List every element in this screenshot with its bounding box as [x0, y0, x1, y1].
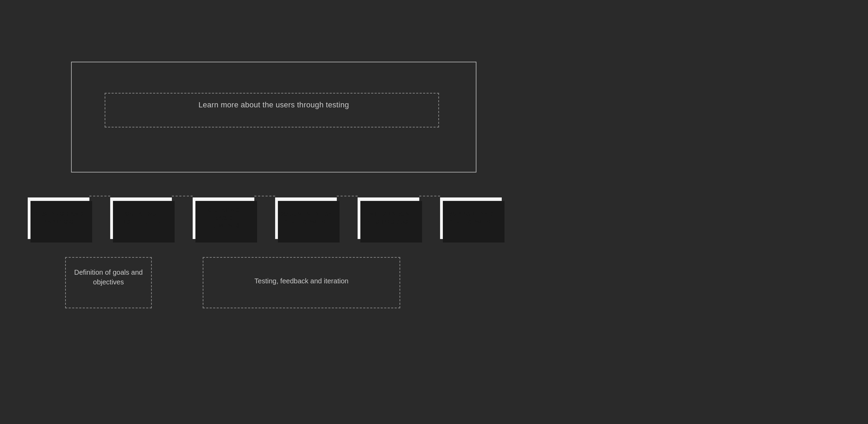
step-box-documentation: DOCUMENTATIONDEVELOPMENT [275, 197, 337, 239]
step-wrapper-architecture: CREATINGARCHITECTURE [110, 197, 172, 239]
canvas: Learn more about the users through testi… [0, 0, 868, 424]
connector-4 [337, 196, 358, 196]
step-label-support: SUPPORT ANDDEVELOPMENT [448, 210, 494, 226]
step-wrapper-documentation: DOCUMENTATIONDEVELOPMENT [275, 197, 337, 239]
step-wrapper-integration: INTEGRATIONINTO PRODUCT [358, 197, 419, 239]
step-label-architecture: CREATINGARCHITECTURE [117, 210, 165, 226]
step-box-architecture: CREATINGARCHITECTURE [110, 197, 172, 239]
learn-more-dashed-rect [105, 93, 439, 127]
step-wrapper-support: SUPPORT ANDDEVELOPMENT [440, 197, 502, 239]
step-box-integration: INTEGRATIONINTO PRODUCT [358, 197, 419, 239]
step-label-basic: CREATING BASICELEMENTS [198, 206, 249, 230]
connector-5 [419, 196, 440, 196]
step-box-basic: CREATING BASICELEMENTS [193, 197, 254, 239]
step-label-research: RESEARCH ANDANALYSIS [34, 210, 83, 226]
learn-more-label: Learn more about the users through testi… [71, 100, 476, 109]
testing-label: Testing, feedback and iteration [203, 277, 400, 285]
goals-label: Definition of goals and objectives [65, 264, 152, 290]
connector-3 [254, 196, 275, 196]
step-label-integration: INTEGRATIONINTO PRODUCT [365, 210, 412, 226]
step-box-research: RESEARCH ANDANALYSIS [28, 197, 89, 239]
connector-2 [172, 196, 193, 196]
step-wrapper-basic: CREATING BASICELEMENTS [193, 197, 254, 239]
step-box-support: SUPPORT ANDDEVELOPMENT [440, 197, 502, 239]
steps-row: RESEARCH ANDANALYSIS CREATINGARCHITECTUR… [28, 197, 502, 239]
step-wrapper-research: RESEARCH ANDANALYSIS [28, 197, 89, 239]
step-label-documentation: DOCUMENTATIONDEVELOPMENT [279, 210, 333, 226]
connector-1 [89, 196, 110, 196]
